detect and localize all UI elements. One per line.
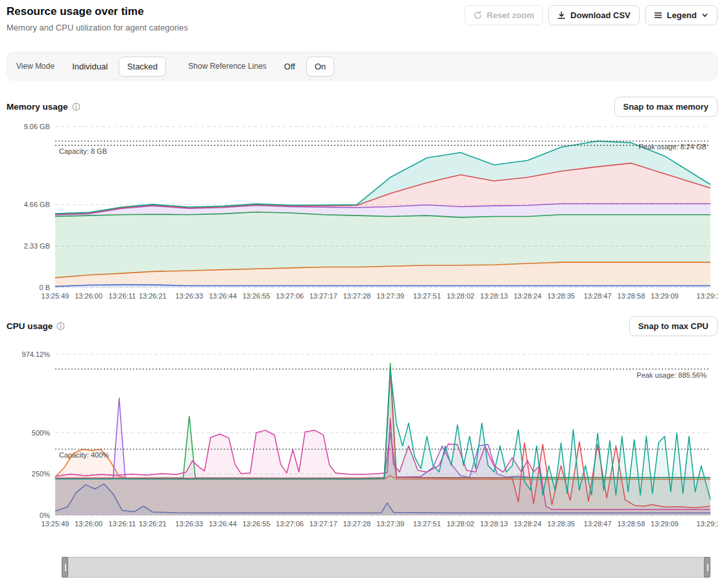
download-csv-label: Download CSV <box>570 10 630 20</box>
page-header: Resource usage over time Memory and CPU … <box>6 0 718 42</box>
view-mode-individual-option[interactable]: Individual <box>64 56 116 77</box>
show-reference-lines-label: Show Reference Lines <box>188 62 267 71</box>
title-block: Resource usage over time Memory and CPU … <box>6 5 188 32</box>
reference-lines-on-option[interactable]: On <box>306 56 334 77</box>
snap-to-max-cpu-button[interactable]: Snap to max CPU <box>629 316 718 336</box>
page-title: Resource usage over time <box>6 5 188 18</box>
reset-zoom-icon <box>474 11 482 19</box>
svg-text:Peak usage: 885.56%: Peak usage: 885.56% <box>636 371 706 379</box>
cpu-section-title: CPU usage <box>6 321 53 331</box>
memory-section-header: Memory usage Snap to max memory <box>6 95 718 118</box>
download-icon <box>557 11 566 19</box>
legend-list-icon <box>654 11 662 19</box>
cpu-title-wrap: CPU usage <box>6 321 65 331</box>
svg-text:13:26:55: 13:26:55 <box>243 520 271 528</box>
svg-text:13:27:39: 13:27:39 <box>376 292 404 300</box>
svg-text:13:29:24: 13:29:24 <box>697 520 718 528</box>
svg-text:13:28:58: 13:28:58 <box>617 520 645 528</box>
chart-options-toolbar: View Mode Individual Stacked Show Refere… <box>6 52 718 80</box>
svg-text:9.06 GB: 9.06 GB <box>24 123 50 130</box>
header-actions: Reset zoom Download CSV Legend <box>465 5 718 25</box>
svg-text:13:27:17: 13:27:17 <box>309 520 337 528</box>
svg-text:13:27:51: 13:27:51 <box>413 520 441 528</box>
svg-text:13:26:33: 13:26:33 <box>175 292 203 300</box>
svg-text:13:27:28: 13:27:28 <box>343 292 371 300</box>
svg-text:13:26:55: 13:26:55 <box>243 292 271 300</box>
view-mode-stacked-option[interactable]: Stacked <box>119 56 166 77</box>
memory-info-icon[interactable] <box>72 103 80 111</box>
cpu-section-header: CPU usage Snap to max CPU <box>6 314 718 337</box>
memory-title-wrap: Memory usage <box>6 102 80 112</box>
legend-button[interactable]: Legend <box>645 5 718 25</box>
cpu-chart-svg[interactable]: 974.12%500%250%0%13:25:4913:26:0013:26:1… <box>6 343 718 532</box>
svg-text:13:28:47: 13:28:47 <box>584 292 612 300</box>
svg-text:13:28:13: 13:28:13 <box>480 292 508 300</box>
svg-text:0 B: 0 B <box>39 284 50 291</box>
svg-text:974.12%: 974.12% <box>22 350 51 358</box>
chevron-down-icon <box>701 12 708 19</box>
svg-text:13:28:35: 13:28:35 <box>547 520 575 528</box>
page-subtitle: Memory and CPU utilization for agent cat… <box>6 23 188 32</box>
cpu-chart[interactable]: 974.12%500%250%0%13:25:4913:26:0013:26:1… <box>6 343 718 535</box>
svg-text:0%: 0% <box>40 511 50 519</box>
svg-text:250%: 250% <box>32 470 50 478</box>
brush-handle-left[interactable] <box>62 557 68 578</box>
svg-text:13:26:44: 13:26:44 <box>209 292 237 300</box>
svg-text:13:28:58: 13:28:58 <box>617 292 645 300</box>
svg-text:13:26:11: 13:26:11 <box>108 520 136 528</box>
time-range-brush[interactable] <box>62 557 710 578</box>
download-csv-button[interactable]: Download CSV <box>548 5 639 25</box>
svg-text:13:26:00: 13:26:00 <box>75 520 103 528</box>
svg-text:13:29:09: 13:29:09 <box>651 292 679 300</box>
svg-text:13:28:02: 13:28:02 <box>446 292 474 300</box>
svg-text:13:26:11: 13:26:11 <box>108 292 136 300</box>
svg-text:13:29:24: 13:29:24 <box>697 292 718 300</box>
svg-text:13:26:21: 13:26:21 <box>139 292 167 300</box>
snap-to-max-memory-button[interactable]: Snap to max memory <box>614 97 718 117</box>
svg-text:4.66 GB: 4.66 GB <box>24 201 50 208</box>
svg-text:13:28:24: 13:28:24 <box>514 292 542 300</box>
svg-text:13:29:09: 13:29:09 <box>651 520 679 528</box>
svg-text:13:26:33: 13:26:33 <box>175 520 203 528</box>
svg-text:13:28:02: 13:28:02 <box>446 520 474 528</box>
svg-text:13:25:49: 13:25:49 <box>42 292 69 300</box>
brush-handle-right[interactable] <box>704 557 710 578</box>
svg-text:13:26:44: 13:26:44 <box>209 520 237 528</box>
svg-text:500%: 500% <box>32 429 50 437</box>
dashboard-page: Resource usage over time Memory and CPU … <box>0 0 724 588</box>
memory-chart[interactable]: 9.06 GB4.66 GB2.33 GB0 B13:25:4913:26:00… <box>6 123 718 306</box>
svg-text:13:27:06: 13:27:06 <box>276 292 304 300</box>
svg-text:13:27:39: 13:27:39 <box>376 520 404 528</box>
svg-text:13:27:17: 13:27:17 <box>309 292 337 300</box>
svg-text:13:28:24: 13:28:24 <box>514 520 542 528</box>
legend-label: Legend <box>667 10 697 20</box>
svg-text:13:26:00: 13:26:00 <box>75 292 103 300</box>
view-mode-label: View Mode <box>16 62 54 71</box>
svg-text:13:28:35: 13:28:35 <box>547 292 575 300</box>
memory-chart-svg[interactable]: 9.06 GB4.66 GB2.33 GB0 B13:25:4913:26:00… <box>6 123 718 304</box>
svg-text:13:27:06: 13:27:06 <box>276 520 304 528</box>
memory-section-title: Memory usage <box>6 102 68 112</box>
svg-text:Capacity: 400%: Capacity: 400% <box>59 451 109 459</box>
reset-zoom-label: Reset zoom <box>487 10 534 20</box>
svg-text:13:26:21: 13:26:21 <box>139 520 167 528</box>
cpu-info-icon[interactable] <box>56 322 65 330</box>
svg-text:13:28:13: 13:28:13 <box>480 520 508 528</box>
svg-text:Peak usage: 8.24 GB: Peak usage: 8.24 GB <box>638 143 706 151</box>
svg-text:Capacity: 8 GB: Capacity: 8 GB <box>59 147 107 155</box>
svg-text:2.33 GB: 2.33 GB <box>24 242 50 250</box>
reference-lines-off-option[interactable]: Off <box>276 56 304 77</box>
svg-text:13:28:47: 13:28:47 <box>584 520 612 528</box>
reference-lines-group: Show Reference Lines Off On <box>188 56 334 77</box>
svg-text:13:25:49: 13:25:49 <box>42 520 69 528</box>
brush-row <box>6 557 718 578</box>
svg-text:13:27:51: 13:27:51 <box>413 292 441 300</box>
svg-text:13:27:28: 13:27:28 <box>343 520 371 528</box>
reset-zoom-button[interactable]: Reset zoom <box>465 5 543 25</box>
